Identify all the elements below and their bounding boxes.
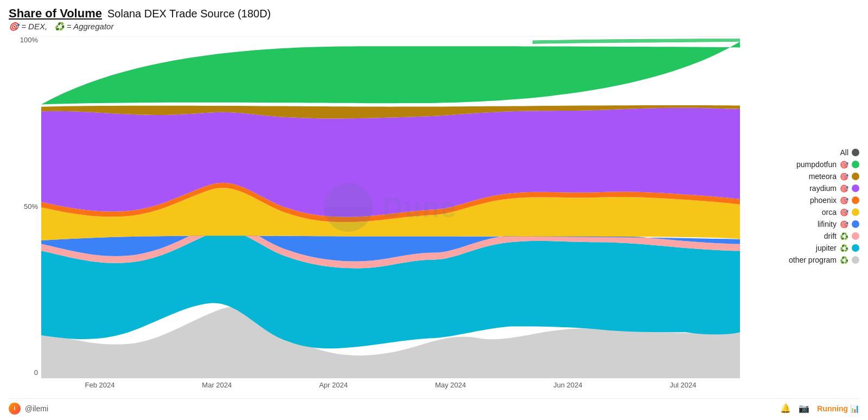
area-chart-svg bbox=[41, 36, 740, 379]
agg-icon-drift: ♻️ bbox=[840, 232, 848, 240]
legend-item-all[interactable]: All bbox=[751, 148, 859, 157]
legend-label-pumpdotfun: pumpdotfun bbox=[796, 160, 837, 169]
chart-wrapper: Dune bbox=[41, 36, 740, 398]
x-label-mar: Mar 2024 bbox=[202, 381, 232, 398]
x-label-may: May 2024 bbox=[435, 381, 466, 398]
agg-icon-jupiter: ♻️ bbox=[840, 244, 848, 252]
title-row: Share of Volume Solana DEX Trade Source … bbox=[9, 7, 859, 21]
footer: i @ilemi 🔔 📷 Running 📊 bbox=[9, 398, 859, 416]
x-label-apr: Apr 2024 bbox=[319, 381, 348, 398]
dashboard-container: Share of Volume Solana DEX Trade Source … bbox=[0, 0, 868, 420]
legend-hint: 🎯 = DEX, ♻️ = Aggregator bbox=[9, 22, 859, 31]
x-label-jul: Jul 2024 bbox=[669, 381, 696, 398]
footer-left: i @ilemi bbox=[9, 403, 48, 415]
legend-label-orca: orca bbox=[822, 208, 837, 217]
legend-item-pumpdotfun[interactable]: pumpdotfun 🎯 bbox=[751, 160, 859, 169]
dex-icon-phoenix: 🎯 bbox=[840, 196, 848, 205]
legend-item-lifinity[interactable]: lifinity 🎯 bbox=[751, 220, 859, 228]
dex-icon-pumpdotfun: 🎯 bbox=[840, 161, 848, 169]
legend-color-pumpdotfun bbox=[852, 161, 859, 168]
legend-item-raydium[interactable]: raydium 🎯 bbox=[751, 184, 859, 193]
legend-item-orca[interactable]: orca 🎯 bbox=[751, 208, 859, 217]
legend-color-all bbox=[852, 149, 859, 156]
legend-label-drift: drift bbox=[824, 232, 837, 240]
legend-color-drift bbox=[852, 232, 859, 240]
legend-label-phoenix: phoenix bbox=[810, 196, 837, 205]
right-legend: All pumpdotfun 🎯 meteora 🎯 raydium 🎯 bbox=[740, 36, 859, 398]
chart-area: 100% 50% 0 Dune bbox=[9, 36, 859, 398]
area-top-green bbox=[533, 39, 740, 44]
chart-title-main: Share of Volume bbox=[9, 7, 102, 21]
x-label-jun: Jun 2024 bbox=[553, 381, 583, 398]
running-status: Running 📊 bbox=[817, 404, 859, 413]
legend-item-phoenix[interactable]: phoenix 🎯 bbox=[751, 196, 859, 205]
legend-color-jupiter bbox=[852, 244, 859, 252]
legend-color-phoenix bbox=[852, 196, 859, 204]
legend-label-lifinity: lifinity bbox=[818, 220, 837, 228]
dex-icon-raydium: 🎯 bbox=[840, 184, 848, 193]
legend-color-meteora bbox=[852, 173, 859, 180]
running-bars-icon: 📊 bbox=[850, 404, 859, 413]
agg-icon-hint: ♻️ bbox=[54, 22, 65, 31]
username[interactable]: @ilemi bbox=[25, 404, 48, 413]
legend-item-jupiter[interactable]: jupiter ♻️ bbox=[751, 244, 859, 252]
dex-icon-meteora: 🎯 bbox=[840, 173, 848, 181]
footer-right: 🔔 📷 Running 📊 bbox=[780, 403, 859, 413]
chart-header: Share of Volume Solana DEX Trade Source … bbox=[9, 7, 859, 34]
legend-color-raydium bbox=[852, 184, 859, 192]
dex-icon-hint: 🎯 bbox=[9, 22, 19, 31]
bell-icon[interactable]: 🔔 bbox=[780, 403, 791, 413]
legend-color-orca bbox=[852, 208, 859, 216]
dex-icon-lifinity: 🎯 bbox=[840, 220, 848, 228]
x-label-feb: Feb 2024 bbox=[85, 381, 114, 398]
legend-item-other-program[interactable]: other program ♻️ bbox=[751, 256, 859, 264]
legend-color-other-program bbox=[852, 256, 859, 264]
dex-icon-orca: 🎯 bbox=[840, 208, 848, 217]
legend-label-raydium: raydium bbox=[809, 184, 837, 193]
y-axis: 100% 50% 0 bbox=[9, 36, 41, 398]
camera-icon[interactable]: 📷 bbox=[799, 403, 809, 413]
area-pumpdotfun bbox=[41, 42, 740, 105]
legend-item-meteora[interactable]: meteora 🎯 bbox=[751, 172, 859, 181]
y-label-50: 50% bbox=[9, 202, 41, 211]
x-axis: Feb 2024 Mar 2024 Apr 2024 May 2024 Jun … bbox=[41, 379, 740, 398]
agg-icon-other-program: ♻️ bbox=[840, 256, 848, 264]
legend-label-meteora: meteora bbox=[809, 172, 837, 181]
legend-color-lifinity bbox=[852, 220, 859, 228]
legend-label-other-program: other program bbox=[789, 256, 837, 264]
y-label-0: 0 bbox=[9, 368, 41, 377]
avatar: i bbox=[9, 403, 21, 415]
legend-label-all: All bbox=[840, 148, 848, 157]
legend-item-drift[interactable]: drift ♻️ bbox=[751, 232, 859, 240]
y-label-100: 100% bbox=[9, 36, 41, 44]
chart-svg: Dune bbox=[41, 36, 740, 379]
legend-label-jupiter: jupiter bbox=[816, 244, 837, 252]
chart-title-sub: Solana DEX Trade Source (180D) bbox=[107, 8, 271, 20]
